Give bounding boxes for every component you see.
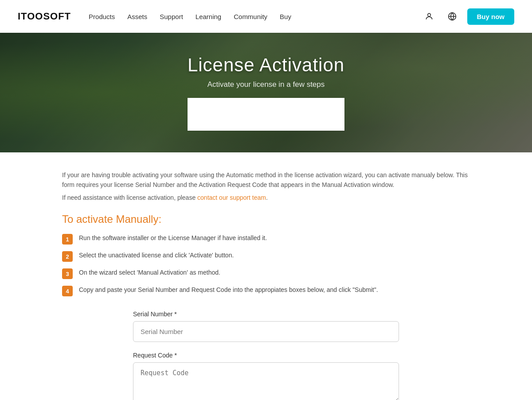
step-4: 4 Copy and paste your Serial Number and … [62,285,470,296]
main-content: If your are having trouble activating yo… [53,152,479,400]
nav-links: Products Assets Support Learning Communi… [89,13,421,20]
request-code-label: Request Code * [133,352,399,359]
serial-number-group: Serial Number * [133,311,399,342]
intro-p2-prefix: If need assistance with license activati… [62,194,197,201]
step-text-1: Run the software installer or the Licens… [79,233,267,243]
breadcrumb-separator: › [225,111,227,118]
intro-paragraph-1: If your are having trouble activating yo… [62,170,470,190]
step-number-4: 4 [62,286,73,296]
breadcrumb: Home › License Activation [188,98,344,131]
step-2: 2 Select the unactivated license and cli… [62,251,470,262]
step-text-4: Copy and paste your Serial Number and Re… [79,285,378,295]
hero-subtitle: Activate your license in a few steps [188,80,344,89]
globe-icon-button[interactable] [444,8,460,24]
nav-products[interactable]: Products [89,13,115,20]
user-icon [425,12,434,21]
step-number-2: 2 [62,251,73,262]
svg-point-0 [427,13,430,16]
step-text-2: Select the unactivated license and click… [79,251,234,260]
step-1: 1 Run the software installer or the Lice… [62,233,470,245]
step-text-3: On the wizard select 'Manual Activation'… [79,268,220,277]
step-number-1: 1 [62,234,73,245]
nav-community[interactable]: Community [234,13,267,20]
breadcrumb-home[interactable]: Home [205,111,222,118]
buy-now-button[interactable]: Buy now [467,8,515,25]
intro-paragraph-2: If need assistance with license activati… [62,193,470,202]
manual-section-title: To activate Manually: [62,213,470,225]
nav-assets[interactable]: Assets [127,13,147,20]
request-code-group: Request Code * [133,352,399,400]
globe-icon [448,12,457,21]
nav-buy[interactable]: Buy [280,13,291,20]
hero-section: License Activation Activate your license… [0,33,532,152]
hero-title: License Activation [188,54,344,76]
support-link[interactable]: contact our support team [197,194,266,201]
breadcrumb-current: License Activation [231,111,281,118]
activation-form: Serial Number * Request Code * ✓ ¡Operac… [133,311,399,400]
user-icon-button[interactable] [421,8,437,24]
serial-number-input[interactable] [133,321,399,342]
logo[interactable]: ITOOSOFT [18,11,71,22]
steps-list: 1 Run the software installer or the Lice… [62,233,470,296]
serial-number-label: Serial Number * [133,311,399,318]
intro-p2-suffix: . [266,194,268,201]
nav-actions: Buy now [421,8,515,25]
step-number-3: 3 [62,268,73,279]
step-3: 3 On the wizard select 'Manual Activatio… [62,268,470,279]
request-code-input[interactable] [133,362,399,400]
nav-support[interactable]: Support [160,13,183,20]
navigation: ITOOSOFT Products Assets Support Learnin… [0,0,532,33]
hero-content: License Activation Activate your license… [188,54,344,131]
nav-learning[interactable]: Learning [196,13,221,20]
